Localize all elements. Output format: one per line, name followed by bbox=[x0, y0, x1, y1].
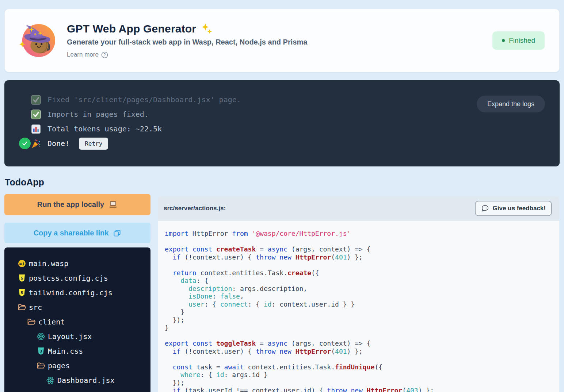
app-name: TodoApp bbox=[5, 177, 44, 188]
copy-icon bbox=[113, 229, 121, 237]
svg-text:?: ? bbox=[104, 53, 106, 57]
give-feedback-button[interactable]: Give us feedback! bbox=[475, 201, 552, 216]
code-header: src/server/actions.js: Give us feedback! bbox=[158, 196, 559, 221]
run-button-label: Run the app locally bbox=[37, 200, 104, 209]
wasp-wizard-logo bbox=[19, 22, 57, 59]
code-line: import HttpError from '@wasp/core/HttpEr… bbox=[165, 230, 559, 238]
file-tree-item-dashboard-jsx[interactable]: Dashboard.jsx bbox=[4, 373, 150, 388]
code-line: where: { id: args.id } bbox=[165, 371, 559, 379]
check-emoji bbox=[31, 109, 41, 119]
run-app-locally-button[interactable]: Run the app locally bbox=[4, 194, 150, 215]
copy-button-label: Copy a shareable link bbox=[34, 229, 109, 237]
file-tree-item-layout-jsx[interactable]: Layout.jsx bbox=[4, 329, 150, 344]
page-title: GPT Web App Generator bbox=[67, 23, 196, 35]
copy-shareable-link-button[interactable]: Copy a shareable link bbox=[4, 223, 150, 243]
code-line bbox=[165, 261, 559, 269]
page-subtitle: Generate your full-stack web app in Wasp… bbox=[67, 38, 307, 46]
file-tree-item-tailwind-config-cjs[interactable]: 5tailwind.config.cjs bbox=[4, 285, 150, 300]
file-tree-item-main-wasp[interactable]: =)main.wasp bbox=[4, 256, 150, 271]
file-tree-item-main-css[interactable]: 3Main.css bbox=[4, 344, 150, 358]
svg-text:5: 5 bbox=[21, 291, 23, 295]
header-text: GPT Web App Generator Generate your full… bbox=[67, 23, 307, 58]
code-line: } bbox=[165, 308, 559, 316]
chart-emoji bbox=[31, 124, 41, 134]
laptop-icon bbox=[108, 201, 118, 208]
folder-icon bbox=[37, 361, 45, 370]
svg-text:=): =) bbox=[19, 261, 24, 266]
code-line: if (!context.user) { throw new HttpError… bbox=[165, 253, 559, 261]
file-name: postcss.config.cjs bbox=[29, 274, 108, 283]
file-name: pages bbox=[48, 361, 70, 370]
file-name: Dashboard.jsx bbox=[57, 376, 115, 385]
success-check-circle bbox=[19, 138, 31, 149]
js-shield-icon: 5 bbox=[18, 274, 26, 283]
check-emoji bbox=[31, 95, 41, 105]
code-line: }); bbox=[165, 379, 559, 387]
code-line: }); bbox=[165, 316, 559, 324]
code-line: const task = await context.entities.Task… bbox=[165, 363, 559, 371]
react-icon bbox=[46, 376, 55, 385]
code-line: description: args.description, bbox=[165, 285, 559, 293]
code-line bbox=[165, 238, 559, 246]
svg-text:3: 3 bbox=[40, 349, 42, 353]
file-name: Main.css bbox=[48, 347, 83, 356]
folder-icon bbox=[27, 318, 36, 326]
learn-more-label: Learn more bbox=[67, 51, 99, 58]
file-tree-item-client[interactable]: client bbox=[4, 315, 150, 329]
question-circle-icon: ? bbox=[101, 51, 108, 58]
wasp-file-icon: =) bbox=[18, 259, 26, 268]
learn-more-link[interactable]: Learn more ? bbox=[67, 51, 108, 58]
status-dot-icon bbox=[502, 39, 505, 42]
code-line: isDone: false, bbox=[165, 292, 559, 300]
file-name: client bbox=[38, 318, 65, 326]
log-entry: Done!Retry bbox=[4, 136, 560, 151]
svg-text:5: 5 bbox=[21, 276, 23, 280]
code-line: return context.entities.Task.create({ bbox=[165, 269, 559, 277]
code-area: import HttpError from '@wasp/core/HttpEr… bbox=[158, 221, 559, 392]
file-tree: =)main.wasp 5postcss.config.cjs 5tailwin… bbox=[4, 247, 150, 392]
file-tree-item-postcss-config-cjs[interactable]: 5postcss.config.cjs bbox=[4, 271, 150, 285]
file-tree-item-src[interactable]: src bbox=[4, 300, 150, 315]
code-line: export const createTask = async (args, c… bbox=[165, 245, 559, 253]
log-entry-text: Fixed 'src/client/pages/Dashboard.jsx' p… bbox=[47, 95, 241, 104]
sparkles-icon bbox=[201, 23, 213, 35]
file-tree-item-pages[interactable]: pages bbox=[4, 358, 150, 373]
feedback-button-label: Give us feedback! bbox=[492, 205, 546, 212]
log-entry-text: Total tokens usage: ~22.5k bbox=[47, 124, 162, 133]
code-line: data: { bbox=[165, 277, 559, 285]
log-entry-text: Imports in pages fixed. bbox=[47, 110, 149, 119]
status-badge: Finished bbox=[492, 31, 545, 50]
log-entry-text: Done! bbox=[47, 139, 69, 148]
log-entry: Total tokens usage: ~22.5k bbox=[4, 122, 560, 136]
code-line: if (task.userId !== context.user.id) { t… bbox=[165, 387, 559, 392]
code-filename: src/server/actions.js: bbox=[164, 205, 226, 212]
code-line bbox=[165, 355, 559, 363]
file-name: tailwind.config.cjs bbox=[29, 288, 113, 297]
left-column: Run the app locally Copy a shareable lin… bbox=[4, 194, 150, 392]
retry-button[interactable]: Retry bbox=[79, 138, 108, 150]
file-name: Layout.jsx bbox=[48, 332, 92, 341]
log-entry: Fixed 'src/client/pages/Dashboard.jsx' p… bbox=[4, 92, 560, 107]
generation-log-panel: Fixed 'src/client/pages/Dashboard.jsx' p… bbox=[4, 80, 560, 166]
code-panel: src/server/actions.js: Give us feedback!… bbox=[158, 196, 559, 392]
js-shield-icon: 5 bbox=[18, 288, 26, 297]
header-card: GPT Web App Generator Generate your full… bbox=[4, 9, 560, 72]
status-label: Finished bbox=[509, 36, 535, 45]
party-emoji bbox=[31, 139, 41, 149]
file-name: main.wasp bbox=[29, 259, 68, 268]
log-entry: Imports in pages fixed. bbox=[4, 107, 560, 122]
code-line: if (!context.user) { throw new HttpError… bbox=[165, 347, 559, 356]
file-name: src bbox=[29, 303, 42, 312]
code-line: user: { connect: { id: context.user.id }… bbox=[165, 300, 559, 308]
folder-icon bbox=[18, 303, 26, 312]
code-line: } bbox=[165, 324, 559, 332]
expand-logs-button[interactable]: Expand the logs bbox=[477, 96, 545, 112]
react-icon bbox=[37, 332, 45, 341]
css-shield-icon: 3 bbox=[37, 347, 45, 356]
log-entries: Fixed 'src/client/pages/Dashboard.jsx' p… bbox=[4, 92, 560, 151]
code-line bbox=[165, 332, 559, 340]
code-line: export const toggleTask = async (args, c… bbox=[165, 339, 559, 347]
speech-bubble-icon bbox=[481, 204, 489, 212]
